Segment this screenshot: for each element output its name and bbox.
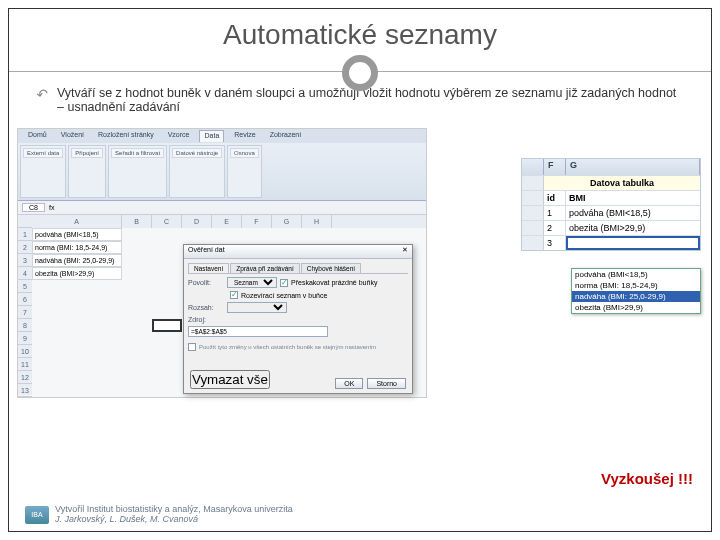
ribbon-outline[interactable]: Osnova (230, 148, 259, 158)
selected-cell[interactable] (152, 319, 182, 332)
table-row: 1podváha (BMI<18,5) (522, 205, 700, 220)
dialog-title: Ověření dat (188, 246, 225, 257)
tab-home[interactable]: Domů (24, 130, 51, 142)
excel-window: Domů Vložení Rozložení stránky Vzorce Da… (17, 128, 427, 398)
row-headers: 12 34 56 78 910 1112 13 (18, 215, 32, 395)
label-source: Zdroj: (188, 316, 224, 323)
chk-skip-blank[interactable] (280, 279, 288, 287)
tab-review[interactable]: Revize (230, 130, 259, 142)
formula-bar[interactable]: C8 fx (18, 201, 426, 215)
decorative-circle (342, 55, 378, 91)
table-row: 3 (522, 235, 700, 250)
dlg-tab-input-msg[interactable]: Zpráva při zadávání (230, 263, 299, 273)
tab-view[interactable]: Zobrazení (266, 130, 306, 142)
footer-text: Vytvořil Institut biostatistiky a analýz… (55, 505, 293, 525)
cancel-button[interactable]: Storno (367, 378, 406, 389)
clear-all-button[interactable]: Vymazat vše (190, 370, 270, 389)
cell-a2[interactable]: podváha (BMI<18,5) (32, 228, 122, 241)
name-box[interactable]: C8 (22, 203, 45, 212)
table-row: 2obezita (BMI>29,9) (522, 220, 700, 235)
allow-select[interactable]: Seznam (227, 277, 277, 288)
range-select[interactable] (227, 302, 287, 313)
screenshot-area: Domů Vložení Rozložení stránky Vzorce Da… (17, 128, 703, 408)
ok-button[interactable]: OK (335, 378, 363, 389)
cell-a5[interactable]: obezita (BMI>29,9) (32, 267, 122, 280)
fx-icon[interactable]: fx (49, 204, 54, 211)
dlg-tab-error[interactable]: Chybové hlášení (301, 263, 361, 273)
dlg-tab-settings[interactable]: Nastavení (188, 263, 229, 273)
active-dropdown-cell[interactable] (566, 236, 700, 250)
source-input[interactable] (188, 326, 328, 337)
tab-formulas[interactable]: Vzorce (164, 130, 194, 142)
list-item[interactable]: podváha (BMI<18,5) (572, 269, 700, 280)
ribbon-tabs[interactable]: Domů Vložení Rozložení stránky Vzorce Da… (18, 129, 426, 143)
col-f: F (544, 159, 566, 175)
tab-insert[interactable]: Vložení (57, 130, 88, 142)
iba-logo: IBA (25, 506, 49, 524)
header-bmi: BMI (569, 193, 586, 203)
ribbon-sort-filter[interactable]: Seřadit a filtrovat (111, 148, 164, 158)
dropdown-list[interactable]: podváha (BMI<18,5) norma (BMI: 18,5-24,9… (571, 268, 701, 314)
tab-layout[interactable]: Rozložení stránky (94, 130, 158, 142)
page-title: Automatické seznamy (9, 9, 711, 55)
data-validation-dialog: Ověření dat✕ Nastavení Zpráva při zadává… (183, 244, 413, 394)
col-g: G (566, 159, 700, 175)
col-headers: A B C D E F G H (32, 215, 426, 228)
excel-right-panel: FG Datova tabulka idBMI 1podváha (BMI<18… (521, 158, 701, 251)
cell-a3[interactable]: norma (BMI: 18,5-24,9) (32, 241, 122, 254)
label-range: Rozsah: (188, 304, 224, 311)
chk-dropdown[interactable] (230, 291, 238, 299)
ribbon: Externí data Připojení Seřadit a filtrov… (18, 143, 426, 201)
ribbon-external-data[interactable]: Externí data (23, 148, 63, 158)
table-heading: Datova tabulka (544, 176, 700, 190)
list-item[interactable]: obezita (BMI>29,9) (572, 302, 700, 313)
tab-data[interactable]: Data (199, 130, 224, 142)
ribbon-data-tools[interactable]: Datové nástroje (172, 148, 222, 158)
header-id: id (547, 193, 555, 203)
list-item[interactable]: norma (BMI: 18,5-24,9) (572, 280, 700, 291)
chk-apply-all[interactable] (188, 343, 196, 351)
close-icon[interactable]: ✕ (402, 246, 408, 257)
label-allow: Povolit: (188, 279, 224, 286)
try-it-label: Vyzkoušej !!! (601, 470, 693, 487)
ribbon-connections[interactable]: Připojení (71, 148, 103, 158)
list-item-selected[interactable]: nadváha (BMI: 25,0-29,9) (572, 291, 700, 302)
cell-a4[interactable]: nadváha (BMI: 25,0-29,9) (32, 254, 122, 267)
